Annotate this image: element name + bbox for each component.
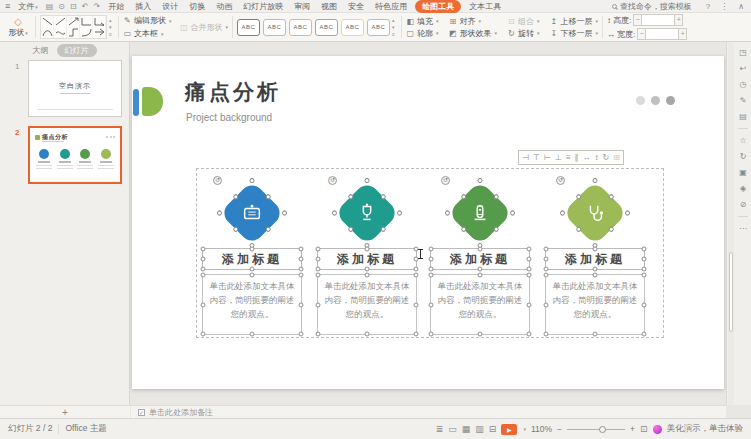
- zoom-level[interactable]: 110%: [531, 424, 552, 434]
- title-textbox-4[interactable]: 添加标题: [545, 248, 645, 270]
- tab-drawing-tools[interactable]: 绘图工具: [415, 0, 461, 13]
- resize-handle[interactable]: [544, 247, 549, 252]
- title-textbox-1[interactable]: 添加标题: [202, 248, 302, 270]
- resize-handle[interactable]: [642, 257, 647, 262]
- distribute-horizontal-icon[interactable]: ↔: [583, 151, 591, 164]
- resize-handle[interactable]: [642, 247, 647, 252]
- merge-shapes-button[interactable]: ◫合并形状▾: [179, 22, 228, 33]
- slide-2-thumbnail[interactable]: 痛点分析: [28, 126, 122, 184]
- resize-handle[interactable]: [365, 273, 370, 278]
- edit-shape-button[interactable]: ✎编辑形状▾: [123, 15, 172, 26]
- rotate-handle-icon[interactable]: ↺: [556, 176, 565, 185]
- resize-handle[interactable]: [316, 247, 321, 252]
- fit-to-window-icon[interactable]: ⊡: [640, 424, 648, 434]
- resize-handle[interactable]: [414, 267, 419, 272]
- rotate-handle-icon[interactable]: ↺: [213, 176, 222, 185]
- resize-handle[interactable]: [527, 247, 532, 252]
- resize-handle[interactable]: [478, 273, 483, 278]
- theme-name[interactable]: Office 主题: [65, 423, 106, 435]
- body-textbox-2[interactable]: 单击此处添加文本具体内容，简明扼要的阐述您的观点。: [317, 274, 417, 335]
- insert-shape-button[interactable]: ◇ 形状▾: [5, 17, 31, 38]
- style-preset-3[interactable]: ABC: [289, 19, 312, 36]
- align-center-icon[interactable]: ⊤: [533, 151, 540, 164]
- command-search[interactable]: [612, 2, 698, 11]
- new-slide-button[interactable]: +: [0, 405, 130, 418]
- tab-slideshow[interactable]: 幻灯片放映: [240, 1, 286, 12]
- side-tool-more-icon[interactable]: ⋯: [739, 224, 747, 233]
- height-decrease-button[interactable]: −: [633, 14, 642, 26]
- text-box-button[interactable]: ▭文本框▾: [123, 28, 172, 39]
- grid-view-icon[interactable]: ⊟: [489, 424, 497, 434]
- side-tool-icon-10[interactable]: ⊘: [740, 200, 747, 209]
- line-gallery-scroll[interactable]: ▴▾≡: [107, 17, 114, 37]
- side-tool-icon-7[interactable]: ↻: [740, 152, 747, 161]
- tab-home[interactable]: 开始: [105, 1, 127, 12]
- hamburger-icon[interactable]: ≡: [5, 1, 10, 11]
- resize-handle[interactable]: [201, 332, 206, 337]
- side-tool-icon-1[interactable]: ◳: [739, 48, 747, 57]
- resize-handle[interactable]: [414, 273, 419, 278]
- resize-handle[interactable]: [527, 332, 532, 337]
- vertical-scrollbar[interactable]: [728, 42, 734, 405]
- resize-handle[interactable]: [299, 332, 304, 337]
- align-button[interactable]: ⊞对齐▾: [448, 16, 497, 27]
- body-textbox-1[interactable]: 单击此处添加文本具体内容，简明扼要的阐述您的观点。: [202, 274, 302, 335]
- notes-checkbox-icon[interactable]: ✓: [138, 409, 145, 416]
- resize-handle[interactable]: [250, 267, 255, 272]
- body-textbox-3[interactable]: 单击此处添加文本具体内容，简明扼要的阐述您的观点。: [430, 274, 530, 335]
- line-style-gallery[interactable]: [40, 15, 107, 39]
- resize-handle[interactable]: [429, 257, 434, 262]
- align-top-icon[interactable]: ⊥: [555, 151, 562, 164]
- style-gallery-scroll[interactable]: ▴▾≡: [390, 17, 397, 37]
- tab-outline[interactable]: 大纲: [33, 45, 49, 56]
- style-preset-1[interactable]: ABC: [237, 19, 260, 36]
- zoom-slider[interactable]: [567, 429, 625, 430]
- bring-forward-button[interactable]: ↥上移一层▾: [549, 16, 598, 27]
- resize-handle[interactable]: [316, 332, 321, 337]
- resize-handle[interactable]: [316, 257, 321, 262]
- resize-handle[interactable]: [299, 267, 304, 272]
- resize-handle[interactable]: [527, 302, 532, 307]
- beautify-label[interactable]: 美化演示，单击体验: [667, 423, 744, 435]
- tab-design[interactable]: 设计: [159, 1, 181, 12]
- tab-insert[interactable]: 插入: [132, 1, 154, 12]
- tab-text-tools[interactable]: 文本工具: [466, 1, 504, 12]
- resize-handle[interactable]: [201, 302, 206, 307]
- slide[interactable]: 痛点分析 Project background ⊣ ⊤ ⊢ ⊥ ≡ ∥ ↔ ↕ …: [132, 56, 724, 389]
- tab-review[interactable]: 审阅: [291, 1, 313, 12]
- resize-handle[interactable]: [429, 332, 434, 337]
- reading-view-icon[interactable]: ▥: [475, 424, 484, 434]
- resize-handle[interactable]: [299, 273, 304, 278]
- style-preset-5[interactable]: ABC: [341, 19, 364, 36]
- body-textbox-4[interactable]: 单击此处添加文本具体内容，简明扼要的阐述您的观点。: [545, 274, 645, 335]
- undo-icon[interactable]: ↶: [82, 2, 89, 11]
- play-slideshow-button[interactable]: ▶: [501, 424, 517, 435]
- tab-animation[interactable]: 动画: [213, 1, 235, 12]
- resize-handle[interactable]: [593, 247, 598, 252]
- editing-canvas[interactable]: 痛点分析 Project background ⊣ ⊤ ⊢ ⊥ ≡ ∥ ↔ ↕ …: [131, 42, 726, 405]
- shape-effects-button[interactable]: ◩形状效果▾: [448, 28, 497, 39]
- side-tool-icon-8[interactable]: ▣: [739, 168, 747, 177]
- resize-handle[interactable]: [316, 273, 321, 278]
- rotate-shape-icon[interactable]: ↻: [603, 151, 610, 164]
- notes-toggle-icon[interactable]: ≣: [436, 424, 444, 434]
- resize-handle[interactable]: [527, 273, 532, 278]
- resize-handle[interactable]: [365, 332, 370, 337]
- resize-handle[interactable]: [544, 332, 549, 337]
- height-input[interactable]: [642, 14, 674, 26]
- side-tool-icon-5[interactable]: ▤: [739, 112, 747, 121]
- slide-subtitle[interactable]: Project background: [186, 112, 272, 123]
- align-bottom-icon[interactable]: ∥: [575, 151, 579, 164]
- resize-handle[interactable]: [250, 247, 255, 252]
- side-tool-icon-9[interactable]: ◈: [740, 184, 746, 193]
- height-increase-button[interactable]: +: [674, 14, 683, 26]
- group-button[interactable]: ⊡组合▾: [507, 16, 540, 27]
- resize-handle[interactable]: [299, 257, 304, 262]
- resize-handle[interactable]: [414, 247, 419, 252]
- style-preset-2[interactable]: ABC: [263, 19, 286, 36]
- side-tool-icon-4[interactable]: ✎: [740, 96, 747, 105]
- save-icon[interactable]: ▤: [46, 2, 54, 11]
- distribute-vertical-icon[interactable]: ↕: [595, 151, 599, 164]
- side-tool-icon-6[interactable]: ☆: [739, 136, 746, 145]
- width-decrease-button[interactable]: −: [637, 28, 646, 40]
